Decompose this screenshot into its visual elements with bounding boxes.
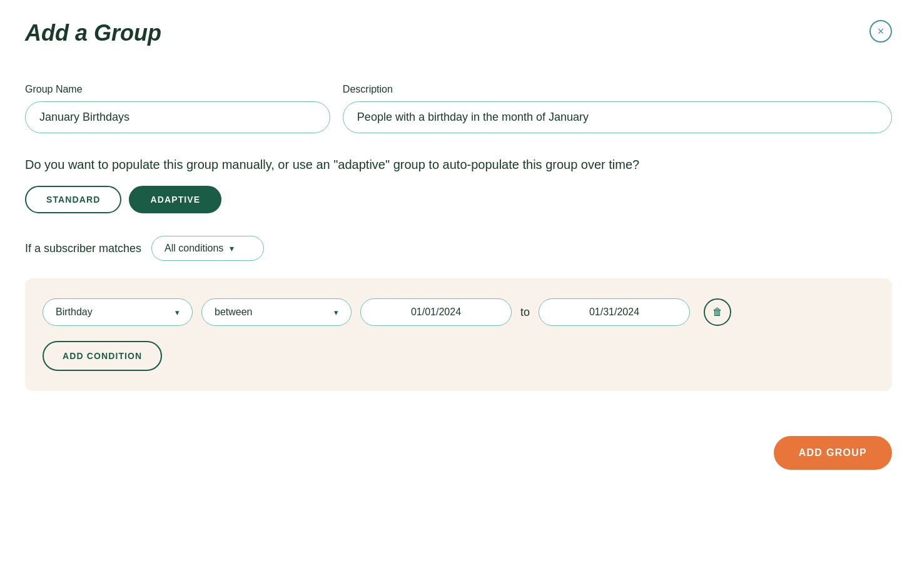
conditions-value: All conditions [165,243,223,254]
page-title: Add a Group [25,20,161,46]
delete-condition-button[interactable]: 🗑 [704,298,731,326]
description-input[interactable] [343,101,892,133]
conditions-area: Birthday ▾ between ▾ to 🗑 ADD CONDITION [25,278,892,391]
adaptive-toggle-button[interactable]: ADAPTIVE [129,186,221,213]
add-condition-button[interactable]: ADD CONDITION [43,341,162,371]
group-name-label: Group Name [25,84,330,95]
standard-toggle-button[interactable]: STANDARD [25,186,121,213]
condition-field-value: Birthday [56,307,93,318]
condition-date-to-input[interactable] [539,298,690,326]
close-button[interactable]: × [869,20,892,43]
trash-icon: 🗑 [712,307,722,318]
condition-row: Birthday ▾ between ▾ to 🗑 [43,298,874,326]
adaptive-question-text: Do you want to populate this group manua… [25,156,892,173]
condition-date-from-input[interactable] [360,298,512,326]
condition-field-dropdown[interactable]: Birthday ▾ [43,298,193,326]
subscriber-matches-label: If a subscriber matches [25,242,141,255]
conditions-dropdown-arrow-icon: ▾ [230,243,234,253]
condition-operator-arrow-icon: ▾ [334,308,338,317]
description-label: Description [343,84,892,95]
add-group-button[interactable]: ADD GROUP [774,436,892,470]
condition-operator-dropdown[interactable]: between ▾ [201,298,352,326]
group-name-input[interactable] [25,101,330,133]
conditions-dropdown[interactable]: All conditions ▾ [151,236,264,261]
condition-to-label: to [520,306,530,319]
condition-operator-value: between [215,307,253,318]
condition-field-arrow-icon: ▾ [175,308,180,317]
